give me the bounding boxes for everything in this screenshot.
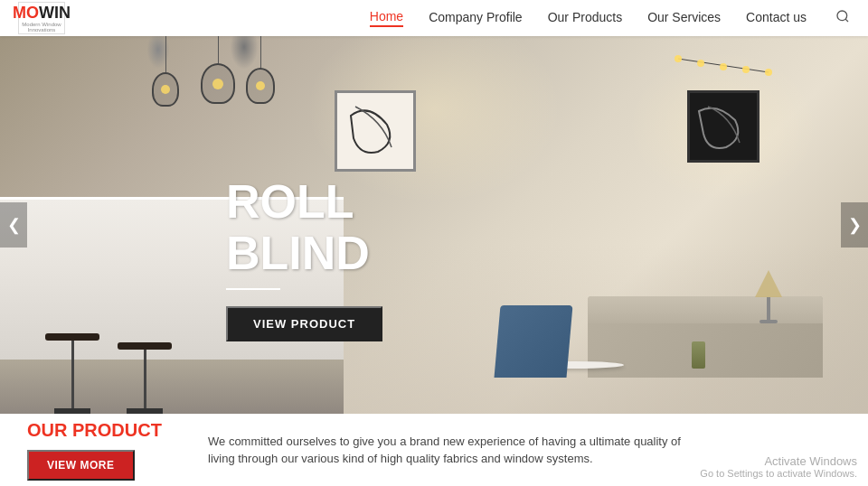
pendant-cage-2	[201, 63, 235, 104]
pendant-light-3	[246, 36, 275, 104]
prev-arrow-button[interactable]: ❮	[0, 202, 27, 248]
next-arrow-icon: ❯	[848, 215, 862, 235]
hero-section: ROLL BLIND VIEW PRODUCT ❮ ❯	[0, 36, 868, 414]
logo-win: WIN	[39, 5, 71, 21]
next-arrow-button[interactable]: ❯	[841, 202, 868, 248]
table-lamp	[755, 270, 782, 323]
blue-chair	[495, 305, 573, 378]
plant	[692, 341, 705, 369]
search-icon[interactable]	[835, 9, 850, 27]
hero-divider	[226, 288, 280, 290]
pendant-bulb-3	[256, 81, 265, 90]
hero-title: ROLL BLIND	[226, 176, 382, 279]
pendant-cage	[152, 72, 179, 107]
pendant-wire-3	[260, 36, 261, 68]
logo: MO WIN Modern Window Innovations	[18, 2, 65, 34]
watermark-title: Activate Windows	[700, 454, 857, 468]
svg-point-0	[837, 11, 847, 21]
wall-art-left	[335, 90, 416, 172]
pendant-wire-2	[218, 36, 219, 63]
bar-stool-2	[118, 342, 172, 414]
logo-box: MO WIN Modern Window Innovations	[18, 2, 65, 34]
pendant-cage-3	[246, 68, 275, 104]
svg-point-4	[697, 60, 704, 67]
product-left-panel: OUR PRODUCT VIEW MORE	[27, 420, 172, 481]
bar-stool-1	[45, 333, 99, 414]
pendant-bulb-2	[212, 79, 223, 89]
watermark-subtitle: Go to Settings to activate Windows.	[700, 468, 857, 479]
view-product-button[interactable]: VIEW PRODUCT	[226, 306, 382, 341]
logo-tagline: Modern Window Innovations	[13, 22, 71, 33]
wall-art-right	[687, 90, 760, 163]
logo-inner: MO WIN Modern Window Innovations	[13, 5, 71, 33]
pendant-wire	[165, 36, 166, 72]
nav-item-company-profile[interactable]: Company Profile	[429, 10, 523, 26]
view-more-button[interactable]: VIEW MORE	[27, 450, 135, 481]
logo-mo: MO	[13, 5, 39, 21]
svg-point-7	[765, 69, 772, 76]
header: MO WIN Modern Window Innovations Home Co…	[0, 0, 868, 36]
nav-item-contact[interactable]: Contact us	[746, 10, 807, 26]
our-product-title: OUR PRODUCT	[27, 420, 172, 441]
prev-arrow-icon: ❮	[7, 215, 21, 235]
product-description: We committed ourselves to give you a bra…	[208, 433, 696, 468]
hero-content: ROLL BLIND VIEW PRODUCT	[226, 176, 382, 341]
logo-text-row: MO WIN	[13, 5, 71, 21]
nav-item-products[interactable]: Our Products	[548, 10, 622, 26]
hero-title-line2: BLIND	[226, 228, 382, 279]
nav-item-services[interactable]: Our Services	[647, 10, 721, 26]
pendant-light-2	[201, 36, 235, 104]
pendant-bulb	[161, 85, 170, 94]
pendant-light-1	[152, 36, 179, 107]
svg-point-3	[675, 55, 682, 62]
svg-point-5	[720, 63, 727, 70]
nav-item-home[interactable]: Home	[370, 9, 403, 27]
svg-line-1	[845, 19, 848, 22]
svg-point-6	[742, 66, 750, 73]
main-nav: Home Company Profile Our Products Our Se…	[370, 9, 850, 27]
windows-watermark: Activate Windows Go to Settings to activ…	[700, 454, 857, 479]
hero-title-line1: ROLL	[226, 176, 382, 228]
